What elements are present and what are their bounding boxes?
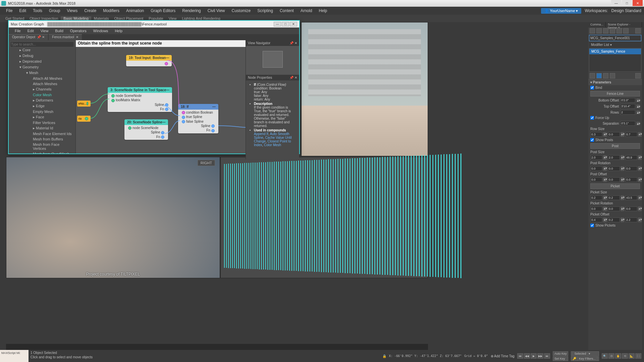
tree-item[interactable]: Attach All Meshes — [10, 76, 74, 81]
menu-scripting[interactable]: Scripting — [254, 8, 276, 13]
create-icon[interactable] — [590, 28, 595, 34]
play-icon[interactable]: ▶ — [531, 353, 537, 359]
modifier-selected[interactable]: MCG_Samples_Fence — [589, 49, 641, 54]
pin-stack-icon[interactable] — [590, 73, 595, 78]
motion-icon[interactable] — [610, 28, 615, 34]
mcg-minimize[interactable]: — — [274, 22, 281, 26]
display-icon[interactable] — [616, 28, 622, 34]
post-button[interactable]: Post — [590, 143, 640, 149]
selected-dropdown[interactable]: Selected ▾ — [571, 351, 599, 356]
setkey-button[interactable]: Set Key — [553, 356, 569, 361]
menu-arnold[interactable]: Arnold — [297, 8, 316, 13]
tree-item[interactable]: Mesh from Buffers — [10, 136, 74, 142]
menu-civil-view[interactable]: Civil View — [204, 8, 228, 13]
tree-item[interactable]: Mesh Face Element Ids — [10, 131, 74, 136]
make-unique-icon[interactable] — [603, 73, 608, 78]
menu-graph-editors[interactable]: Graph Editors — [147, 8, 179, 13]
tree-item[interactable]: ▸ Debug — [10, 53, 74, 59]
navigator-minimap[interactable] — [263, 51, 283, 68]
workspace-dropdown[interactable]: Design Standard — [611, 8, 641, 13]
mcg-tab-depot[interactable]: Operator Depot 📌 ✕ — [9, 34, 48, 40]
bind-button[interactable]: Fence-Line — [590, 91, 640, 97]
tree-item[interactable]: ▸ Face — [10, 114, 74, 120]
modifier-stack[interactable]: MCG_Samples_Fence — [589, 48, 641, 72]
showposts-checkbox[interactable] — [590, 138, 594, 142]
next-frame-icon[interactable]: ▶▶ — [537, 353, 543, 359]
menu-edit[interactable]: Edit — [16, 8, 30, 13]
separation-input[interactable] — [620, 121, 635, 126]
menu-rendering[interactable]: Rendering — [179, 8, 204, 13]
utility-icon[interactable] — [623, 28, 629, 34]
remove-modifier-icon[interactable] — [610, 73, 615, 78]
viewport-perspective-top[interactable] — [301, 22, 428, 156]
orbit-icon[interactable]: ⟲ — [622, 353, 628, 359]
link-append-if[interactable]: Append If — [254, 132, 268, 136]
menu-modifiers[interactable]: Modifiers — [100, 8, 123, 13]
bottom-offset-input[interactable] — [620, 98, 635, 103]
forceup-checkbox[interactable] — [590, 116, 594, 120]
tree-item[interactable]: ▾ Geometry — [10, 64, 74, 70]
tab-command[interactable]: Comma... — [588, 22, 606, 27]
tree-item[interactable]: ▸ Edge — [10, 103, 74, 109]
menu-create[interactable]: Create — [81, 8, 100, 13]
tree-item[interactable]: Empty Mesh — [10, 109, 74, 114]
fov-icon[interactable]: 📐 — [629, 353, 635, 359]
tree-item[interactable]: Filter Vertices — [10, 120, 74, 125]
operator-depot-tree[interactable]: ▸ Core▸ Debug▸ Deprecated▾ Geometry▾ Mes… — [9, 40, 76, 154]
mcg-titlebar[interactable]: Max Creation Graph █████████████████████… — [9, 21, 299, 27]
keyfilters-button[interactable]: 🔑 Key Filters... — [571, 356, 599, 361]
viewport-right[interactable]: RIGHT Project courtesy of TILTPIXEL — [6, 157, 220, 278]
tree-item[interactable]: ▸ Channels — [10, 86, 74, 92]
tree-item[interactable]: ▸ Deprecated — [10, 59, 74, 64]
tree-item[interactable]: ▾ Mesh — [10, 70, 74, 76]
close-button[interactable]: ✕ — [633, 0, 643, 6]
menu-content[interactable]: Content — [276, 8, 297, 13]
graph-canvas[interactable]: Obtain the spline from the input scene n… — [76, 40, 299, 154]
maximize-vp-icon[interactable]: ⛶ — [635, 353, 641, 359]
configure-icon[interactable] — [635, 73, 641, 78]
navigator-header[interactable]: View Navigator📌 ✕ — [246, 40, 299, 46]
operator-search[interactable] — [10, 42, 74, 47]
modifier-list-dropdown[interactable]: Modifier List ▾ — [589, 42, 641, 48]
picket-button[interactable]: Picket — [590, 183, 640, 189]
showpickets-checkbox[interactable] — [590, 224, 594, 227]
modify-icon[interactable] — [596, 28, 602, 34]
menu-views[interactable]: Views — [63, 8, 81, 13]
autokey-button[interactable]: Auto Key — [553, 351, 569, 356]
show-end-result-icon[interactable] — [596, 73, 602, 78]
menu-help[interactable]: Help — [316, 8, 331, 13]
menu-tools[interactable]: Tools — [30, 8, 46, 13]
coordinates[interactable]: X: -66'0.992" Y: -47'1.422" Z: 63'7.667" — [389, 354, 462, 358]
zoom-all-icon[interactable]: ⊡ — [608, 353, 614, 359]
minimize-button[interactable]: — — [611, 0, 621, 6]
color-swatch[interactable] — [635, 28, 641, 34]
node-scenenode-spline[interactable]: 20: SceneNode Spline— node SceneNode Spl… — [124, 119, 168, 140]
tab-scene-explorer[interactable]: Scene Explorer - Design S... — [606, 22, 642, 27]
goto-end-icon[interactable]: ⏭ — [544, 353, 550, 359]
node-if[interactable]: 18: If— condition Boolean true Spline fa… — [178, 104, 218, 133]
parameters-header[interactable]: ▾ Parameters — [588, 79, 642, 85]
node-scenenode-spline-toolspace[interactable]: 3: SceneNode Spline in Tool Space— node … — [108, 87, 172, 112]
mcg-maximize[interactable]: □ — [282, 22, 289, 26]
tree-item[interactable]: Mesh from Face Vertices — [10, 142, 74, 151]
user-chip[interactable]: 👤 YourUserName ▾ — [541, 8, 582, 14]
menu-file[interactable]: File — [3, 8, 16, 13]
menu-animation[interactable]: Animation — [123, 8, 147, 13]
mcg-menu-file[interactable]: File — [11, 29, 24, 33]
tree-item[interactable]: Attach Meshes — [10, 81, 74, 86]
tree-item[interactable]: Color Mesh — [10, 92, 74, 98]
tree-item[interactable]: ▸ Core — [10, 47, 74, 53]
stub-node-1[interactable]: eNo... — [77, 101, 91, 107]
mcg-menu-edit[interactable]: Edit — [24, 29, 37, 33]
maxscript-mini[interactable]: MAXScript Mi: — [0, 350, 29, 362]
hierarchy-icon[interactable] — [603, 28, 608, 34]
nodeprops-header[interactable]: Node Properties📌 ✕ — [246, 75, 299, 80]
viewport-fence[interactable] — [220, 157, 428, 278]
mcg-close[interactable]: ✕ — [290, 22, 297, 26]
rows-input[interactable] — [620, 110, 635, 115]
mcg-tab-fence[interactable]: Fence.maxtool ✕ — [49, 34, 82, 40]
prev-frame-icon[interactable]: ◀◀ — [524, 353, 530, 359]
zoom-icon[interactable]: 🔍 — [602, 353, 608, 359]
object-name-field[interactable]: MCG_Samples_Fence001 — [589, 35, 641, 41]
link-color-mesh[interactable]: Color Mesh — [264, 143, 281, 147]
